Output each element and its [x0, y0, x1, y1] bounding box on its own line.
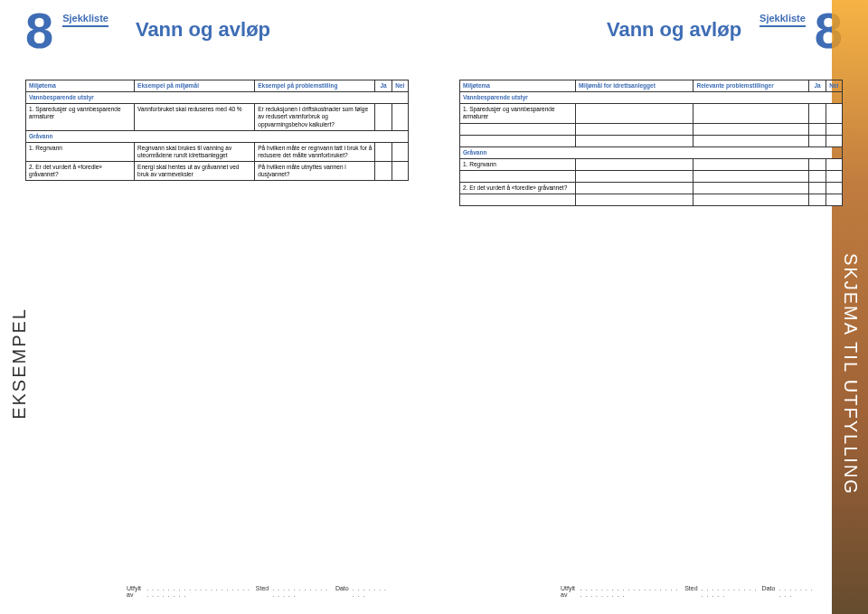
nei-cell[interactable]	[826, 183, 842, 194]
left-footer: Utfylt av . . . . . . . . . . . . . . . …	[127, 585, 389, 598]
right-table: Miljøtema Miljømål for idrettsanlegget R…	[459, 80, 843, 206]
cell: Regnvann skal brukes til vanning av uteo…	[135, 142, 255, 161]
th-problemstilling: Eksempel på problemstilling	[255, 80, 375, 92]
right-header: Vann og avløp Sjekkliste 8	[459, 11, 843, 60]
footer-dato: Dato	[335, 585, 349, 598]
cell: På hvilken måte er regnvann tatt i bruk …	[255, 142, 375, 161]
left-table-wrap: Miljøtema Eksempel på miljømål Eksempel …	[25, 80, 409, 181]
dots: . . . . . . . . . .	[353, 585, 389, 598]
nei-cell[interactable]	[826, 123, 842, 135]
dots: . . . . . . . . . . . . . . . .	[702, 585, 759, 598]
ja-cell[interactable]	[809, 135, 826, 146]
cell: Energi skal hentes ut av gråvannet ved b…	[135, 162, 255, 181]
cell[interactable]	[575, 135, 693, 146]
table-row: 2. Er det vurdert å «foredle» gråvannet?	[460, 183, 843, 194]
cell: På hvilken måte utnyttes varmen i dusjva…	[255, 162, 375, 181]
cell: Vannforbruket skal reduseres med 40 %	[135, 104, 255, 130]
ja-cell[interactable]	[809, 183, 826, 194]
table-row	[460, 123, 843, 135]
nei-cell[interactable]	[826, 194, 842, 206]
section-label: Vannbesparende utstyr	[26, 92, 409, 104]
cell[interactable]	[460, 194, 576, 206]
footer-dato: Dato	[762, 585, 776, 598]
page-spread: 8 Sjekkliste Vann og avløp Miljøtema Eks…	[0, 0, 868, 614]
ja-cell[interactable]	[809, 194, 826, 206]
th-problemstilling: Relevante problemstillinger	[693, 80, 809, 92]
nei-cell[interactable]	[826, 135, 842, 146]
nei-cell[interactable]	[392, 142, 408, 161]
cell[interactable]	[575, 158, 693, 170]
section-label: Gråvann	[26, 130, 409, 142]
cell[interactable]	[575, 183, 693, 194]
table-row	[460, 135, 843, 146]
th-ja: Ja	[375, 80, 392, 92]
chapter-number: 8	[815, 5, 843, 56]
vertical-label-eksempel: EKSEMPEL	[9, 307, 30, 420]
nei-cell[interactable]	[826, 171, 842, 183]
cell[interactable]	[575, 171, 693, 183]
cell[interactable]	[575, 104, 693, 123]
cell: 1. Sparedusjer og vannbesparende armatur…	[26, 104, 135, 130]
cell[interactable]	[693, 104, 809, 123]
cell[interactable]	[575, 194, 693, 206]
right-footer: Utfylt av . . . . . . . . . . . . . . . …	[561, 585, 814, 598]
cell[interactable]	[460, 135, 576, 146]
cell[interactable]	[460, 123, 576, 135]
nei-cell[interactable]	[826, 158, 842, 170]
cell[interactable]	[460, 171, 576, 183]
cell[interactable]	[693, 123, 809, 135]
left-header: 8 Sjekkliste Vann og avløp	[25, 11, 409, 60]
footer-utfylt: Utfylt av	[127, 585, 143, 598]
right-header-labels: Sjekkliste	[760, 13, 806, 31]
th-ja: Ja	[809, 80, 826, 92]
dots: . . . . . . . . . . . . . . . . . . . . …	[580, 585, 681, 598]
footer-utfylt: Utfylt av	[561, 585, 576, 598]
cell[interactable]	[693, 183, 809, 194]
footer-sted: Sted	[256, 585, 269, 598]
chapter-number: 8	[25, 5, 53, 56]
ja-cell[interactable]	[375, 142, 392, 161]
table-row	[460, 194, 843, 206]
cell[interactable]	[693, 135, 809, 146]
cell: 1. Regnvann	[460, 158, 576, 170]
table-row: 1. Sparedusjer og vannbesparende armatur…	[26, 104, 409, 130]
page-title: Vann og avløp	[136, 18, 270, 42]
right-page: Vann og avløp Sjekkliste 8 Miljøtema Mil…	[434, 0, 868, 614]
right-table-wrap: Miljøtema Miljømål for idrettsanlegget R…	[459, 80, 843, 206]
th-miljomaal: Eksempel på miljømål	[135, 80, 255, 92]
th-miljotema: Miljøtema	[26, 80, 135, 92]
th-miljotema: Miljøtema	[460, 80, 576, 92]
ja-cell[interactable]	[375, 162, 392, 181]
nei-cell[interactable]	[392, 162, 408, 181]
nei-cell[interactable]	[392, 104, 408, 130]
ja-cell[interactable]	[809, 123, 826, 135]
left-page: 8 Sjekkliste Vann og avløp Miljøtema Eks…	[0, 0, 434, 614]
section-label: Vannbesparende utstyr	[460, 92, 843, 104]
ja-cell[interactable]	[375, 104, 392, 130]
cell: 1. Sparedusjer og vannbesparende armatur…	[460, 104, 576, 123]
vertical-label-skjema: SKJEMA TIL UTFYLLING	[840, 253, 861, 496]
cell[interactable]	[693, 158, 809, 170]
cell: 2. Er det vurdert å «foredle» gråvannet?	[26, 162, 135, 181]
ja-cell[interactable]	[809, 171, 826, 183]
table-row: 1. Sparedusjer og vannbesparende armatur…	[460, 104, 843, 123]
section-row: Gråvann	[460, 146, 843, 158]
section-row: Vannbesparende utstyr	[460, 92, 843, 104]
th-nei: Nei	[392, 80, 408, 92]
table-row: 2. Er det vurdert å «foredle» gråvannet?…	[26, 162, 409, 181]
left-table: Miljøtema Eksempel på miljømål Eksempel …	[25, 80, 409, 181]
th-nei: Nei	[826, 80, 842, 92]
ja-cell[interactable]	[809, 104, 826, 123]
cell[interactable]	[575, 123, 693, 135]
cell: 1. Regnvann	[26, 142, 135, 161]
cell[interactable]	[693, 171, 809, 183]
nei-cell[interactable]	[826, 104, 842, 123]
section-row: Vannbesparende utstyr	[26, 92, 409, 104]
page-title: Vann og avløp	[607, 18, 741, 42]
dots: . . . . . . . . . . . . . . . .	[272, 585, 332, 598]
ja-cell[interactable]	[809, 158, 826, 170]
cell[interactable]	[693, 194, 809, 206]
table-header-row: Miljøtema Miljømål for idrettsanlegget R…	[460, 80, 843, 92]
table-row: 1. Regnvann Regnvann skal brukes til van…	[26, 142, 409, 161]
left-header-labels: Sjekkliste	[62, 13, 108, 31]
